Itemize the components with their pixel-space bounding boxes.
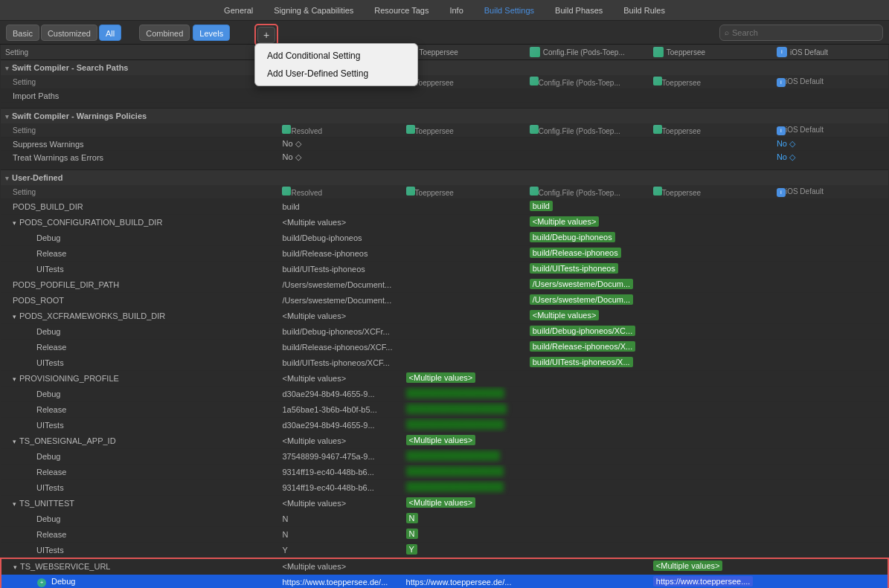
cell-setting: Suppress Warnings	[1, 138, 277, 151]
cell-toep1: d30ae294-8b49-4655-9...	[402, 418, 525, 433]
cell-toep2: Toeppersee	[649, 75, 772, 89]
section-user-defined[interactable]: ▾User-Defined	[1, 170, 888, 186]
cell-setting: UITests	[1, 543, 277, 559]
cell-ios	[772, 199, 888, 215]
redacted-cell: d30ae294-8b49-4655-9...	[406, 388, 504, 398]
cell-setting: ▾PODS_XCFRAMEWORKS_BUILD_DIR	[1, 308, 277, 324]
add-setting-button[interactable]: +	[257, 27, 275, 43]
basic-button[interactable]: Basic	[6, 25, 39, 41]
table-row[interactable]: UITests 9314ff19-ec40-448b-b6... 9314ff1…	[1, 480, 888, 496]
green-cell: <Multiple values>	[530, 310, 600, 320]
green-cell: https://www.toeppersee....	[653, 576, 754, 587]
search-icon: ⌕	[725, 28, 729, 36]
table-row[interactable]: Debug d30ae294-8b49-4655-9... d30ae294-8…	[1, 387, 888, 402]
table-row[interactable]: UITests build/UITests-iphoneos/XCF... bu…	[1, 355, 888, 371]
cell-ios	[772, 324, 888, 340]
cell-setting: UITests	[1, 418, 277, 433]
tab-signing[interactable]: Signing & Capabilities	[263, 0, 364, 21]
cell-resolved: build/Debug-iphoneos/XCFr...	[277, 324, 401, 340]
tab-build-settings[interactable]: Build Settings	[474, 0, 545, 21]
cell-config	[525, 575, 649, 589]
table-row[interactable]: Release build/Release-iphoneos/XCF... bu…	[1, 340, 888, 355]
add-user-defined-setting-item[interactable]: Add User-Defined Setting	[255, 65, 417, 83]
redacted-cell: d30ae294-8b49-4655-9...	[406, 419, 504, 430]
table-row[interactable]: Treat Warnings as Errors No ◇ No ◇	[1, 151, 888, 164]
cell-ios: No ◇	[772, 151, 888, 164]
cell-config: /Users/swesteme/Docum...	[525, 293, 649, 308]
cell-ios	[772, 433, 888, 449]
table-row[interactable]: Release 9314ff19-ec40-448b-b6... 9314ff1…	[1, 465, 888, 480]
cell-resolved: 1a56bae1-3b6b-4b0f-b5...	[277, 402, 401, 418]
cell-toep2	[649, 230, 772, 246]
table-row[interactable]: Release build/Release-iphoneos build/Rel…	[1, 246, 888, 262]
section-swift-warnings[interactable]: ▾Swift Compiler - Warnings Policies	[1, 109, 888, 124]
cell-toep1: <Multiple values>	[402, 433, 525, 449]
green-cell: build	[530, 201, 553, 211]
cell-toep2	[649, 293, 772, 308]
tab-info[interactable]: Info	[439, 0, 473, 21]
table-row[interactable]: UITests Y Y	[1, 543, 888, 559]
tab-resource-tags[interactable]: Resource Tags	[364, 0, 439, 21]
cell-config	[525, 527, 649, 543]
all-button[interactable]: All	[99, 25, 121, 41]
table-row[interactable]: PODS_PODFILE_DIR_PATH /Users/swesteme/Do…	[1, 277, 888, 293]
table-row[interactable]: PODS_BUILD_DIR build build	[1, 199, 888, 215]
cell-config: build/UITests-iphoneos/X...	[525, 355, 649, 371]
table-row[interactable]: Debug 37548899-9467-475a-9... 37548899-9…	[1, 449, 888, 465]
ts-webservice-debug-row[interactable]: + Debug https://www.toeppersee.de/... ht…	[1, 575, 888, 589]
table-row[interactable]: Debug build/Debug-iphoneos/XCFr... build…	[1, 324, 888, 340]
levels-button[interactable]: Levels	[193, 25, 230, 41]
table-row[interactable]: ▾TS_ONESIGNAL_APP_ID <Multiple values> <…	[1, 433, 888, 449]
cell-toep2	[649, 418, 772, 433]
cell-resolved: No ◇	[277, 151, 401, 164]
table-row[interactable]: Release N N	[1, 527, 888, 543]
table-row[interactable]: Suppress Warnings No ◇ No ◇	[1, 138, 888, 151]
table-row[interactable]: Debug N N	[1, 511, 888, 527]
tab-build-phases[interactable]: Build Phases	[545, 0, 613, 21]
table-row[interactable]: ▾PROVISIONING_PROFILE <Multiple values> …	[1, 371, 888, 387]
search-input[interactable]	[732, 28, 878, 37]
cell-toep1: 9314ff19-ec40-448b-b6...	[402, 480, 525, 496]
table-row[interactable]: ▾PODS_CONFIGURATION_BUILD_DIR <Multiple …	[1, 215, 888, 230]
table-row[interactable]: Debug build/Debug-iphoneos build/Debug-i…	[1, 230, 888, 246]
cell-ios	[772, 262, 888, 277]
cell-resolved: build/Release-iphoneos/XCF...	[277, 340, 401, 355]
triangle-icon: ▾	[5, 175, 9, 182]
combined-button[interactable]: Combined	[139, 25, 190, 41]
tab-general[interactable]: General	[214, 0, 263, 21]
table-row[interactable]: Release 1a56bae1-3b6b-4b0f-b5... 1a56bae…	[1, 402, 888, 418]
table-row[interactable]: ▾PODS_XCFRAMEWORKS_BUILD_DIR <Multiple v…	[1, 308, 888, 324]
cell-setting: Debug	[1, 449, 277, 465]
cell-toep1	[402, 89, 525, 103]
section-swift-search-paths[interactable]: ▾Swift Compiler - Search Paths	[1, 60, 888, 76]
cell-ios	[772, 480, 888, 496]
tab-build-rules[interactable]: Build Rules	[613, 0, 675, 21]
cell-ios: No ◇	[772, 138, 888, 151]
customized-button[interactable]: Customized	[41, 25, 97, 41]
cell-setting: Setting	[1, 75, 277, 89]
cell-value: No ◇	[777, 139, 884, 149]
section-label: User-Defined	[12, 173, 62, 182]
cell-setting: PODS_BUILD_DIR	[1, 199, 277, 215]
cell-ios	[772, 277, 888, 293]
cell-ios	[772, 308, 888, 324]
cell-toep1	[402, 151, 525, 164]
ts-webservice-url-row[interactable]: ▾TS_WEBSERVICE_URL <Multiple values> <Mu…	[1, 558, 888, 575]
cell-config: build/Release-iphoneos	[525, 246, 649, 262]
green-cell: build/UITests-iphoneos	[530, 263, 618, 274]
col-header-ios: i iOS Default	[772, 45, 888, 60]
table-row[interactable]: Import Paths	[1, 89, 888, 103]
table-row[interactable]: UITests build/UITests-iphoneos build/UIT…	[1, 262, 888, 277]
add-conditional-setting-item[interactable]: Add Conditional Setting	[255, 47, 417, 65]
col-header-toeppersee2: Toeppersee	[649, 45, 772, 60]
cell-setting: + Debug	[1, 575, 277, 589]
cell-setting: Setting	[1, 123, 277, 138]
cell-toep2: <Multiple values>	[649, 558, 772, 575]
cell-resolved: <Multiple values>	[277, 371, 401, 387]
table-row[interactable]: PODS_ROOT /Users/swesteme/Document... /U…	[1, 293, 888, 308]
cell-toep2	[649, 480, 772, 496]
table-row[interactable]: UITests d30ae294-8b49-4655-9... d30ae294…	[1, 418, 888, 433]
triangle-icon: ▾	[5, 113, 9, 120]
table-row[interactable]: ▾TS_UNITTEST <Multiple values> <Multiple…	[1, 496, 888, 511]
add-dropdown-menu: Add Conditional Setting Add User-Defined…	[254, 43, 418, 86]
